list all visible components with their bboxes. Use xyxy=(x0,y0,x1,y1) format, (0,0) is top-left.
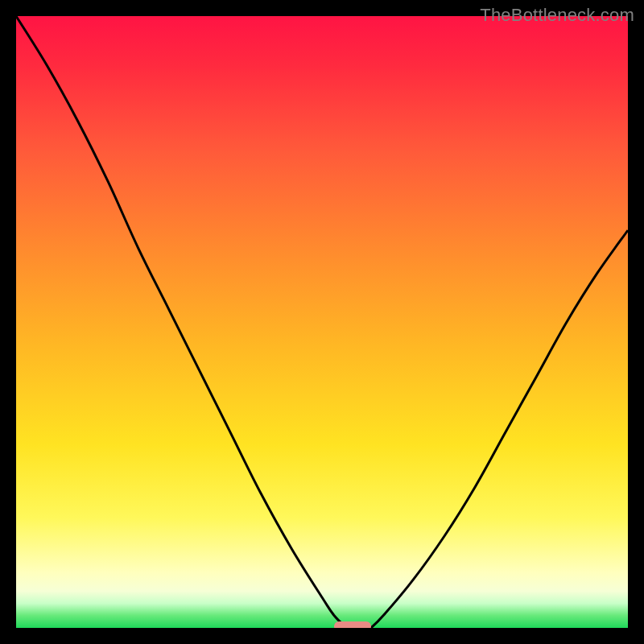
bottleneck-curve xyxy=(16,16,628,628)
chart-container: TheBottleneck.com xyxy=(0,0,644,644)
curve-right-branch xyxy=(371,230,628,628)
watermark-text: TheBottleneck.com xyxy=(480,5,634,26)
curve-left-branch xyxy=(16,16,346,628)
minimum-marker xyxy=(334,621,371,628)
plot-area xyxy=(16,16,628,628)
